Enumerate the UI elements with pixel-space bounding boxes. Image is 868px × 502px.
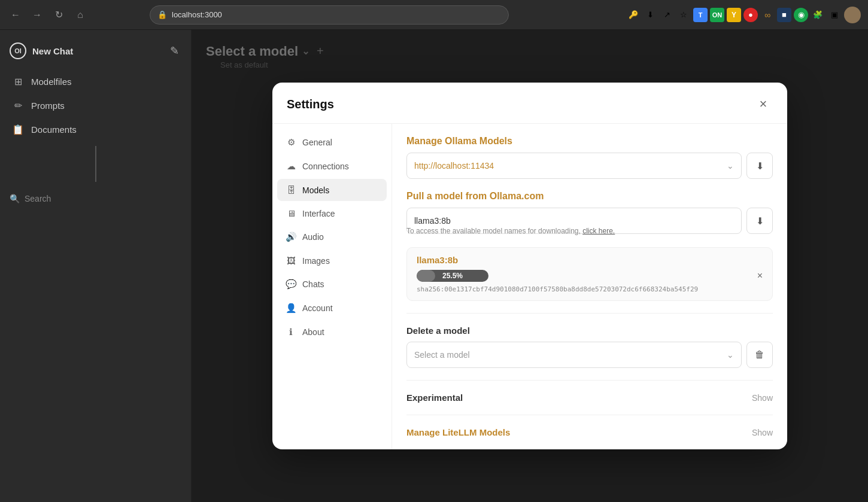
ext-green-circle[interactable]: ◉ (794, 8, 808, 22)
ollama-url-input-wrapper[interactable]: ⌄ (406, 153, 742, 179)
pull-download-icon: ⬇ (756, 215, 764, 227)
new-chat-button[interactable]: ✎ (168, 42, 181, 60)
progress-cancel-button[interactable]: × (757, 270, 763, 281)
ollama-url-input[interactable] (414, 161, 727, 171)
security-icon: 🔒 (157, 10, 167, 19)
section-divider-3 (406, 415, 773, 415)
search-icon: 🔍 (10, 194, 20, 203)
settings-nav-images[interactable]: 🖼 Images (277, 250, 387, 272)
progress-label: 25.5% (442, 272, 463, 280)
ext-red[interactable]: ● (743, 8, 758, 22)
experimental-show-link[interactable]: Show (752, 393, 773, 403)
click-here-link[interactable]: click here. (582, 227, 615, 235)
address-bar[interactable]: 🔒 localhost:3000 (150, 5, 509, 25)
account-icon: 👤 (286, 303, 296, 314)
ext-star[interactable]: ☆ (676, 8, 691, 22)
settings-nav-label: Connections (302, 162, 349, 171)
sidebar-logo[interactable]: OI New Chat (10, 42, 73, 59)
settings-nav-audio[interactable]: 🔊 Audio (277, 226, 387, 248)
sidebar-divider (95, 146, 96, 182)
sidebar-item-documents[interactable]: 📋 Documents (5, 117, 186, 141)
settings-nav-connections[interactable]: ☁ Connections (277, 155, 387, 178)
ext-download[interactable]: ⬇ (643, 8, 657, 22)
delete-model-select-wrapper[interactable]: ⌄ (406, 342, 742, 368)
pull-model-button[interactable]: ⬇ (746, 208, 773, 234)
litellm-show-link[interactable]: Show (752, 428, 773, 437)
interface-icon: 🖥 (286, 208, 296, 218)
settings-nav-label: Account (302, 303, 333, 313)
modal-title: Settings (287, 98, 334, 111)
main-content: Select a model ⌄ + Set as default Settin… (192, 30, 868, 502)
settings-nav-models[interactable]: 🗄 Models (277, 179, 387, 201)
settings-nav-label: Models (302, 185, 329, 195)
settings-nav: ⚙ General ☁ Connections 🗄 Models 🖥 (272, 124, 392, 449)
sha-hash-text: sha256:00e1317cbf74d901080d7100f57580ba8… (417, 285, 763, 293)
documents-icon: 📋 (12, 123, 24, 135)
section-divider-1 (406, 313, 773, 314)
url-text: localhost:3000 (172, 10, 222, 19)
settings-nav-general[interactable]: ⚙ General (277, 131, 387, 154)
browser-chrome: ← → ↻ ⌂ 🔒 localhost:3000 🔑 ⬇ ↗ ☆ T ON Y … (0, 0, 868, 30)
ext-puzzle[interactable]: 🧩 (811, 8, 825, 22)
pull-model-title: Pull a model from Ollama.com (406, 191, 773, 202)
settings-nav-account[interactable]: 👤 Account (277, 297, 387, 320)
sidebar-header: OI New Chat ✎ (0, 37, 191, 69)
delete-model-row: ⌄ 🗑 (406, 342, 773, 368)
settings-nav-chats[interactable]: 💬 Chats (277, 273, 387, 296)
pull-model-section: Pull a model from Ollama.com ⬇ To access… (406, 191, 773, 235)
user-avatar[interactable] (844, 7, 861, 23)
settings-nav-about[interactable]: ℹ About (277, 321, 387, 343)
search-bar[interactable]: 🔍 Search (0, 189, 191, 208)
ext-infinity[interactable]: ∞ (760, 8, 775, 22)
general-icon: ⚙ (286, 137, 296, 148)
settings-nav-label: About (302, 327, 324, 337)
ext-dark[interactable]: ■ (777, 8, 791, 22)
section-divider-2 (406, 380, 773, 381)
settings-nav-label: Images (302, 256, 330, 266)
delete-model-input[interactable] (414, 350, 727, 360)
modal-overlay: Settings × ⚙ General ☁ Connections (192, 30, 868, 502)
help-text-content: To access the available model names for … (406, 227, 581, 235)
ext-layout[interactable]: ▣ (827, 8, 842, 22)
litellm-label: Manage LiteLLM Models (406, 427, 510, 437)
modal-close-button[interactable]: × (754, 95, 773, 114)
ext-key[interactable]: 🔑 (626, 8, 641, 22)
settings-nav-label: Audio (302, 232, 324, 242)
sidebar-item-label: Modelfiles (31, 77, 72, 87)
reload-button[interactable]: ↻ (50, 7, 67, 23)
prompts-icon: ✏ (12, 99, 24, 111)
ext-sheets[interactable]: ON (710, 8, 724, 22)
home-button[interactable]: ⌂ (72, 7, 89, 23)
settings-modal: Settings × ⚙ General ☁ Connections (272, 83, 787, 449)
ext-share[interactable]: ↗ (660, 8, 674, 22)
sidebar-nav: ⊞ Modelfiles ✏ Prompts 📋 Documents (0, 69, 191, 141)
progress-bar-fill (417, 270, 435, 282)
download-ollama-button[interactable]: ⬇ (746, 153, 773, 179)
sidebar-item-label: Documents (31, 124, 77, 135)
sidebar-item-modelfiles[interactable]: ⊞ Modelfiles (5, 69, 186, 93)
settings-nav-label: Interface (302, 209, 335, 218)
logo-icon: OI (10, 42, 26, 59)
manage-ollama-section: Manage Ollama Models ⌄ ⬇ (406, 136, 773, 179)
new-chat-label: New Chat (32, 46, 73, 56)
progress-bar-container: 25.5% × (417, 270, 763, 282)
ext-y[interactable]: Y (727, 8, 741, 22)
trash-icon: 🗑 (755, 349, 764, 360)
experimental-row: Experimental Show (406, 393, 773, 403)
back-button[interactable]: ← (7, 7, 24, 23)
download-icon: ⬇ (756, 160, 764, 172)
about-icon: ℹ (286, 327, 296, 337)
download-progress-section: llama3:8b 25.5% × sha256:00e1317cbf74d90… (406, 247, 773, 301)
modelfiles-icon: ⊞ (12, 75, 24, 87)
extensions-bar: 🔑 ⬇ ↗ ☆ T ON Y ● ∞ ■ ◉ 🧩 ▣ (626, 7, 861, 23)
sidebar-item-prompts[interactable]: ✏ Prompts (5, 93, 186, 117)
settings-nav-label: General (302, 138, 332, 147)
settings-nav-interface[interactable]: 🖥 Interface (277, 202, 387, 224)
models-icon: 🗄 (286, 185, 296, 195)
delete-model-button[interactable]: 🗑 (746, 342, 773, 368)
ext-translate[interactable]: T (693, 8, 708, 22)
ollama-url-row: ⌄ ⬇ (406, 153, 773, 179)
chevron-down-icon: ⌄ (727, 161, 734, 171)
forward-button[interactable]: → (29, 7, 45, 23)
modal-body: ⚙ General ☁ Connections 🗄 Models 🖥 (272, 124, 787, 449)
